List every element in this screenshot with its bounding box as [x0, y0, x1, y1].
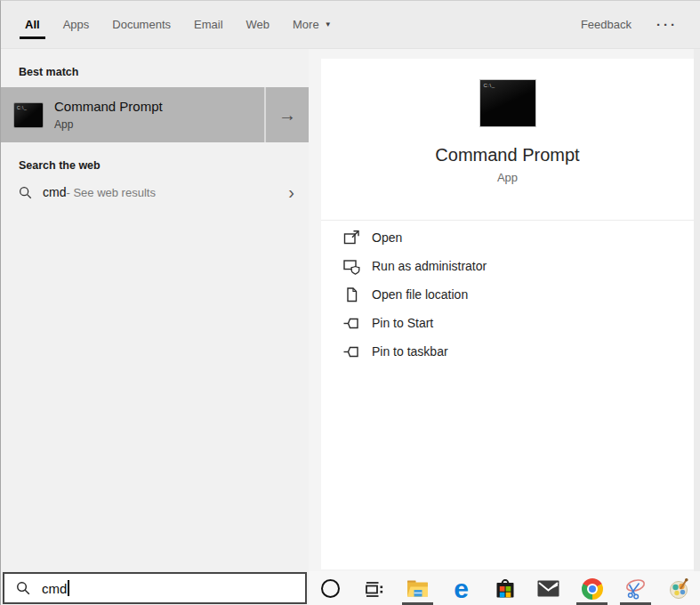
- preview-app-subtitle: App: [321, 171, 694, 184]
- best-match-header: Best match: [19, 66, 78, 78]
- search-bar-region: cmd: [1, 571, 309, 605]
- taskbar-snipping-tool-button[interactable]: [614, 571, 657, 605]
- chevron-right-icon: ›: [288, 183, 298, 201]
- action-run-admin-label: Run as administrator: [372, 259, 487, 273]
- paint-3d-icon: [668, 577, 690, 600]
- tab-apps[interactable]: Apps: [63, 1, 90, 49]
- tab-more[interactable]: More ▼: [293, 1, 332, 49]
- action-run-as-administrator[interactable]: Run as administrator: [321, 252, 694, 280]
- pin-icon: [343, 315, 360, 332]
- chrome-icon: [582, 578, 603, 600]
- command-prompt-icon: C:\_: [13, 102, 44, 128]
- edge-icon: e: [454, 577, 469, 601]
- tab-more-label: More: [293, 18, 319, 31]
- tab-email[interactable]: Email: [194, 1, 223, 49]
- taskbar-mail-button[interactable]: [527, 571, 570, 605]
- search-the-web-header: Search the web: [19, 159, 101, 172]
- action-open-label: Open: [372, 230, 402, 245]
- snipping-tool-icon: [624, 577, 648, 600]
- search-flyout: All Apps Documents Email Web More ▼ Feed…: [0, 0, 700, 605]
- web-search-result[interactable]: cmd - See web results ›: [1, 176, 309, 208]
- taskbar-file-explorer-button[interactable]: [396, 571, 439, 605]
- chevron-down-icon: ▼: [325, 20, 332, 28]
- file-explorer-icon: [406, 579, 429, 598]
- overflow-menu-icon[interactable]: ···: [656, 17, 678, 32]
- taskbar-chrome-button[interactable]: [570, 571, 614, 605]
- command-prompt-large-icon: C:\_: [479, 79, 536, 127]
- command-prompt-large-icon-text: C:\_: [484, 83, 495, 88]
- taskbar-task-view-button[interactable]: [352, 571, 396, 605]
- action-pin-start-label: Pin to Start: [372, 316, 433, 330]
- action-file-location-label: Open file location: [372, 287, 468, 302]
- open-icon: [343, 230, 360, 246]
- tab-documents[interactable]: Documents: [112, 1, 171, 49]
- pin-icon: [343, 343, 360, 360]
- preview-panel: C:\_ Command Prompt App Open Run as admi…: [321, 59, 694, 569]
- expand-result-button[interactable]: →: [264, 87, 309, 142]
- search-filter-tabbar: All Apps Documents Email Web More ▼ Feed…: [1, 1, 700, 49]
- preview-divider: [321, 220, 694, 221]
- preview-app-title: Command Prompt: [321, 144, 694, 165]
- feedback-button[interactable]: Feedback: [581, 18, 632, 31]
- action-pin-to-taskbar[interactable]: Pin to taskbar: [321, 337, 694, 366]
- right-arrow-icon: →: [278, 105, 296, 125]
- best-match-text: Command Prompt App: [54, 99, 163, 131]
- taskbar-cortana-button[interactable]: [309, 571, 352, 605]
- file-location-icon: [343, 286, 360, 303]
- tab-all[interactable]: All: [25, 1, 40, 49]
- best-match-main[interactable]: C:\_ Command Prompt App: [1, 87, 264, 142]
- taskbar: e: [309, 571, 700, 605]
- action-list: Open Run as administrator Open file loca…: [321, 223, 694, 366]
- search-input-value: cmd: [42, 581, 67, 596]
- best-match-title: Command Prompt: [54, 99, 163, 115]
- microsoft-store-icon: [495, 578, 516, 600]
- command-prompt-icon-text: C:\_: [17, 105, 27, 110]
- scrollbar-track[interactable]: [694, 49, 700, 571]
- search-icon: [19, 186, 32, 199]
- taskbar-store-button[interactable]: [483, 571, 527, 605]
- results-panel: Best match C:\_ Command Prompt App → Sea…: [1, 49, 309, 571]
- tab-email-label: Email: [194, 18, 223, 31]
- taskbar-edge-button[interactable]: e: [439, 571, 483, 605]
- tab-documents-label: Documents: [112, 18, 171, 31]
- task-view-icon: [364, 578, 385, 600]
- admin-shield-icon: [343, 258, 360, 275]
- taskbar-paint-3d-button[interactable]: [657, 571, 700, 605]
- tab-web[interactable]: Web: [246, 1, 270, 49]
- tab-apps-label: Apps: [63, 18, 90, 31]
- action-open-file-location[interactable]: Open file location: [321, 280, 694, 309]
- cortana-icon: [321, 579, 340, 598]
- tab-web-label: Web: [246, 18, 270, 31]
- web-suffix-text: - See web results: [66, 186, 155, 199]
- action-pin-taskbar-label: Pin to taskbar: [372, 344, 448, 359]
- search-input[interactable]: cmd: [3, 572, 307, 604]
- action-pin-to-start[interactable]: Pin to Start: [321, 309, 694, 337]
- text-caret: [68, 580, 69, 596]
- action-open[interactable]: Open: [321, 223, 694, 252]
- tab-all-label: All: [25, 18, 40, 31]
- search-icon: [16, 581, 30, 595]
- web-query-text: cmd: [43, 185, 66, 199]
- best-match-subtitle: App: [54, 118, 163, 131]
- best-match-result[interactable]: C:\_ Command Prompt App →: [1, 87, 309, 142]
- tabbar-right-group: Feedback ···: [581, 17, 678, 32]
- mail-icon: [537, 580, 559, 597]
